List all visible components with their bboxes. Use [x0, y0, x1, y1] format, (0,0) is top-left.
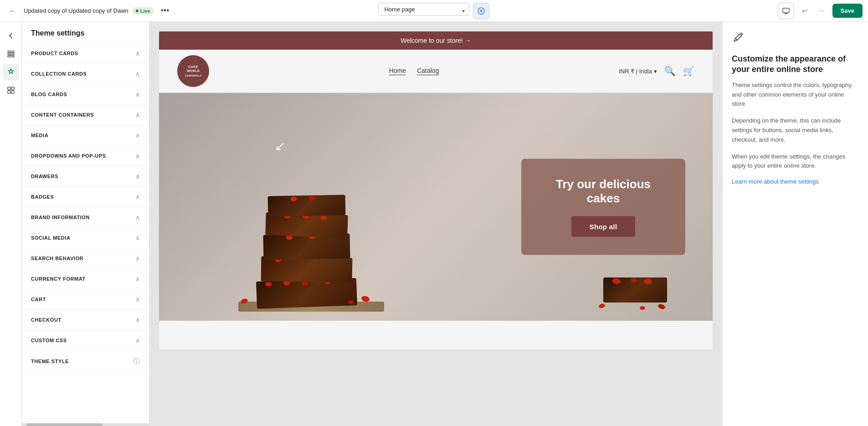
settings-item-social-media[interactable]: SOCIAL MEDIA∧	[22, 228, 149, 248]
brownie-layer-5	[268, 195, 346, 217]
banner-text: Welcome to our store! →	[401, 37, 471, 44]
cart-icon[interactable]: 🛒	[683, 66, 694, 77]
undo-redo-group: ↩ ↪	[798, 4, 829, 18]
logo-text: CAKEWORLDCAKEWORLD	[185, 65, 201, 77]
extra-brownie	[603, 266, 676, 312]
nav-catalog[interactable]: Catalog	[417, 67, 439, 75]
settings-item-label-theme-style: THEME STYLE	[31, 359, 69, 364]
settings-item-chevron-currency-format: ∧	[135, 275, 140, 282]
learn-more-link[interactable]: Learn more about theme settings	[732, 178, 859, 185]
settings-item-chevron-dropdowns-popups: ∧	[135, 152, 140, 159]
paint-brush-icon	[732, 31, 859, 46]
settings-item-chevron-social-media: ∧	[135, 234, 140, 241]
svg-rect-2	[8, 51, 14, 52]
redo-button[interactable]: ↪	[814, 4, 829, 18]
undo-button[interactable]: ↩	[798, 4, 812, 18]
settings-item-brand-information[interactable]: BRAND INFORMATION∧	[22, 207, 149, 228]
main-area: Theme settings PRODUCT CARDS∧COLLECTION …	[0, 22, 868, 426]
settings-item-label-brand-information: BRAND INFORMATION	[31, 215, 90, 220]
currency-chevron: ▾	[654, 68, 657, 75]
nav-home[interactable]: Home	[389, 67, 406, 75]
settings-item-custom-css[interactable]: CUSTOM CSS∧	[22, 330, 149, 351]
settings-item-info-theme-style: ⓘ	[134, 357, 140, 365]
desktop-view-button[interactable]	[778, 3, 794, 19]
collab-button[interactable]	[473, 3, 489, 19]
berry-6	[286, 236, 293, 240]
topbar-right: ↩ ↪ Save	[580, 3, 863, 19]
settings-item-collection-cards[interactable]: COLLECTION CARDS∧	[22, 64, 149, 84]
brownie-layer-2	[261, 256, 353, 282]
settings-item-chevron-media: ∧	[135, 132, 140, 139]
svg-rect-7	[8, 91, 10, 93]
settings-item-chevron-brand-information: ∧	[135, 214, 140, 221]
svg-rect-5	[8, 87, 10, 90]
preview-frame[interactable]: Welcome to our store! → CAKEWORLDCAKEWOR…	[149, 22, 722, 426]
settings-item-chevron-content-containers: ∧	[135, 111, 140, 118]
berry-10	[321, 216, 327, 220]
settings-list: PRODUCT CARDS∧COLLECTION CARDS∧BLOG CARD…	[22, 43, 149, 423]
settings-item-badges[interactable]: BADGES∧	[22, 187, 149, 207]
settings-scrollbar-track[interactable]	[22, 423, 149, 426]
settings-item-chevron-search-behavior: ∧	[135, 255, 140, 262]
settings-item-product-cards[interactable]: PRODUCT CARDS∧	[22, 43, 149, 64]
store-logo: CAKEWORLDCAKEWORLD	[177, 55, 209, 87]
settings-panel-title: Theme settings	[22, 22, 149, 43]
right-panel: Customize the appearance of your entire …	[722, 22, 868, 426]
back-button[interactable]: ←	[5, 4, 20, 18]
settings-item-dropdowns-popups[interactable]: DROPDOWNS AND POP-UPS∧	[22, 146, 149, 166]
settings-item-chevron-product-cards: ∧	[135, 50, 140, 57]
page-select-wrap: Home page Catalog About Contact	[378, 3, 469, 19]
settings-item-label-cart: CART	[31, 297, 46, 302]
settings-item-checkout[interactable]: CHECKOUT∧	[22, 310, 149, 330]
sidebar-sections-button[interactable]	[3, 46, 19, 62]
hero-card: Try our delicious cakes Shop all	[521, 159, 685, 255]
sidebar-back-button[interactable]	[3, 27, 19, 44]
svg-rect-4	[8, 56, 14, 57]
settings-item-label-custom-css: CUSTOM CSS	[31, 338, 67, 343]
store-banner: Welcome to our store! →	[159, 31, 713, 50]
settings-item-theme-style[interactable]: THEME STYLEⓘ	[22, 351, 149, 372]
store-header: CAKEWORLDCAKEWORLD Home Catalog INR ₹ | …	[159, 50, 713, 93]
currency-selector[interactable]: INR ₹ | India ▾	[619, 68, 657, 75]
page-select[interactable]: Home page Catalog About Contact	[378, 3, 469, 16]
settings-item-cart[interactable]: CART∧	[22, 289, 149, 310]
cake-stack: ↙	[247, 120, 375, 312]
hero-title: Try our delicious cakes	[539, 177, 667, 205]
settings-item-drawers[interactable]: DRAWERS∧	[22, 166, 149, 187]
settings-item-content-containers[interactable]: CONTENT CONTAINERS∧	[22, 105, 149, 125]
berry-11	[291, 196, 297, 201]
save-button[interactable]: Save	[832, 4, 863, 18]
search-icon[interactable]: 🔍	[664, 66, 676, 77]
settings-item-chevron-drawers: ∧	[135, 173, 140, 180]
right-panel-desc3: When you edit theme settings, the change…	[732, 152, 859, 171]
sidebar-theme-settings-button[interactable]	[3, 64, 19, 80]
sidebar-apps-button[interactable]	[3, 82, 19, 98]
hero-cake-area: ↙	[159, 93, 463, 321]
right-panel-desc1: Theme settings control the colors, typog…	[732, 81, 859, 109]
store-preview: Welcome to our store! → CAKEWORLDCAKEWOR…	[159, 31, 713, 350]
berry-1	[265, 282, 272, 287]
settings-item-label-media: MEDIA	[31, 133, 48, 138]
arrow-down-icon: ↙	[275, 139, 285, 154]
settings-item-chevron-badges: ∧	[135, 193, 140, 200]
settings-item-label-dropdowns-popups: DROPDOWNS AND POP-UPS	[31, 153, 106, 159]
settings-item-media[interactable]: MEDIA∧	[22, 125, 149, 146]
settings-scrollbar-thumb	[26, 423, 103, 426]
store-name: Updated copy of Updated copy of Dawn	[24, 7, 128, 14]
settings-item-label-search-behavior: SEARCH BEHAVIOR	[31, 256, 83, 261]
shop-all-button[interactable]: Shop all	[571, 216, 636, 237]
berry-12	[309, 196, 315, 200]
settings-item-label-product-cards: PRODUCT CARDS	[31, 51, 78, 56]
settings-item-currency-format[interactable]: CURRENCY FORMAT∧	[22, 269, 149, 289]
more-button[interactable]: •••	[158, 4, 172, 18]
settings-item-chevron-checkout: ∧	[135, 316, 140, 323]
settings-item-blog-cards[interactable]: BLOG CARDS∧	[22, 84, 149, 105]
settings-item-label-blog-cards: BLOG CARDS	[31, 92, 67, 97]
live-label: Live	[140, 8, 150, 14]
settings-item-chevron-custom-css: ∧	[135, 337, 140, 344]
settings-item-search-behavior[interactable]: SEARCH BEHAVIOR∧	[22, 248, 149, 269]
hero-section: ↙	[159, 93, 713, 321]
store-header-right: INR ₹ | India ▾ 🔍 🛒	[619, 66, 694, 77]
currency-text: INR ₹ | India	[619, 68, 652, 75]
settings-item-label-drawers: DRAWERS	[31, 174, 58, 179]
